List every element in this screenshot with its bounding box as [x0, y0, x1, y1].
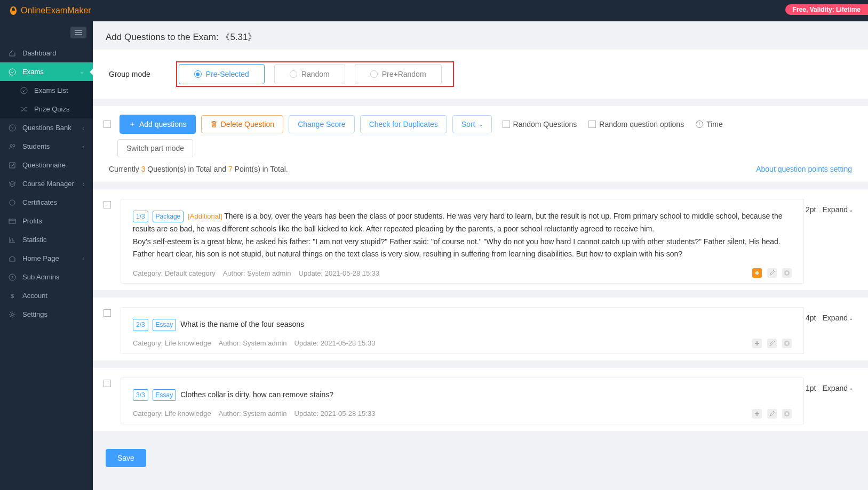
sidebar: DashboardExams⌄Exams ListPrize Quizs?Que… — [0, 21, 93, 490]
question-meta-left: Category: Life knowledgeAuthor: System a… — [133, 339, 383, 347]
edit-icon[interactable] — [767, 339, 777, 348]
question-text: 1/3 Package [Additional] There is a boy,… — [133, 210, 792, 261]
delete-icon[interactable] — [782, 339, 792, 348]
nav-label: Course Manager — [22, 180, 74, 188]
expand-button[interactable]: Expand⌄ — [823, 384, 853, 392]
sidebar-item-account[interactable]: $Account — [0, 286, 93, 305]
group-mode-panel: Group mode Pre-SelectedRandomPre+Random — [93, 50, 868, 99]
question-checkbox[interactable] — [103, 201, 111, 208]
add-questions-button[interactable]: ＋ Add questions — [120, 115, 196, 134]
star-icon — [9, 199, 17, 206]
sidebar-item-certificates[interactable]: Certificates — [0, 193, 93, 212]
radio-label: Random — [301, 70, 330, 78]
random-questions-checkbox[interactable]: Random Questions — [503, 120, 577, 128]
time-option[interactable]: Time — [696, 120, 723, 128]
delete-icon[interactable] — [782, 409, 792, 419]
brand-logo: OnlineExamMaker — [8, 5, 91, 16]
question-checkbox[interactable] — [103, 380, 111, 387]
question-icon: ? — [9, 124, 17, 132]
nav-label: Dashboard — [22, 49, 57, 57]
page-title: Add Questions to the Exam: 《5.31》 — [93, 21, 868, 50]
sidebar-item-home-page[interactable]: Home Page‹ — [0, 249, 93, 268]
sidebar-item-statistic[interactable]: Statistic — [0, 230, 93, 249]
question-text: 2/3 Essay What is the name of the four s… — [133, 318, 792, 331]
sidebar-subitem-exams-list[interactable]: Exams List — [0, 81, 93, 100]
change-score-button[interactable]: Change Score — [289, 115, 355, 133]
sidebar-item-questionnaire[interactable]: Questionnaire — [0, 156, 93, 174]
question-index-tag: 3/3 — [133, 389, 148, 401]
question-panel: 1/3 Package [Additional] There is a boy,… — [93, 189, 868, 290]
question-index-tag: 1/3 — [133, 211, 148, 222]
save-button[interactable]: Save — [106, 449, 146, 467]
question-update: Update: 2021-05-28 15:33 — [294, 339, 376, 347]
add-icon[interactable] — [752, 409, 762, 419]
question-type-tag: Essay — [153, 319, 177, 331]
sidebar-item-sub-admins[interactable]: ?Sub Admins — [0, 268, 93, 286]
sidebar-toggle-button[interactable] — [70, 27, 86, 38]
toolbar-row-2: Switch part mode — [93, 137, 868, 160]
nav-label: Certificates — [22, 198, 57, 206]
sidebar-subitem-prize-quizs[interactable]: Prize Quizs — [0, 100, 93, 118]
question-index-tag: 2/3 — [133, 319, 148, 331]
nav-label: Exams — [22, 68, 44, 76]
main-content: Add Questions to the Exam: 《5.31》 Group … — [93, 21, 868, 490]
svg-rect-8 — [9, 219, 15, 223]
question-author: Author: System admin — [223, 269, 291, 277]
checkbox-icon — [9, 162, 17, 169]
svg-point-5 — [13, 144, 15, 147]
svg-point-0 — [9, 69, 15, 75]
sidebar-item-settings[interactable]: Settings — [0, 305, 93, 324]
random-options-checkbox[interactable]: Random question options — [588, 120, 684, 128]
question-side: 2ptExpand⌄ — [804, 199, 857, 215]
toolbar: ＋ Add questions Delete Question Change S… — [93, 106, 868, 137]
users-icon — [9, 143, 17, 150]
question-update: Update: 2021-05-28 15:33 — [299, 269, 380, 277]
expand-button[interactable]: Expand⌄ — [823, 205, 853, 214]
shuffle-icon — [20, 106, 29, 113]
add-icon[interactable] — [752, 268, 762, 278]
dollar-icon: $ — [9, 292, 17, 300]
gear-icon — [9, 311, 17, 318]
radio-label: Pre+Random — [382, 70, 426, 78]
group-mode-label: Group mode — [109, 70, 150, 78]
plus-icon: ＋ — [129, 119, 136, 129]
delete-question-button[interactable]: Delete Question — [201, 115, 283, 133]
sidebar-item-students[interactable]: Students‹ — [0, 137, 93, 156]
trash-icon — [210, 121, 218, 128]
svg-text:$: $ — [11, 293, 14, 299]
question-meta-left: Category: Life knowledgeAuthor: System a… — [133, 409, 383, 417]
group-mode-option-pre-selected[interactable]: Pre-Selected — [179, 64, 265, 84]
sidebar-item-exams[interactable]: Exams⌄ — [0, 62, 93, 81]
sidebar-item-questions-bank[interactable]: ?Questions Bank‹ — [0, 118, 93, 137]
question-meta-left: Category: Default categoryAuthor: System… — [133, 269, 387, 277]
svg-rect-6 — [10, 163, 15, 168]
sidebar-item-profits[interactable]: Profits — [0, 212, 93, 230]
about-points-link[interactable]: About question points setting — [756, 165, 852, 173]
question-actions — [752, 339, 792, 348]
select-all-checkbox[interactable] — [103, 121, 111, 128]
question-meta: Category: Life knowledgeAuthor: System a… — [133, 409, 792, 419]
svg-point-12 — [11, 314, 13, 316]
edit-icon[interactable] — [767, 268, 777, 278]
edit-icon[interactable] — [767, 409, 777, 419]
radio-icon — [370, 70, 378, 78]
sidebar-item-dashboard[interactable]: Dashboard — [0, 44, 93, 62]
question-checkbox[interactable] — [103, 309, 111, 317]
expand-button[interactable]: Expand⌄ — [823, 314, 853, 322]
sort-button[interactable]: Sort ⌄ — [452, 115, 492, 133]
summary-row: Currently 3 Question(s) in Total and 7 P… — [93, 160, 868, 182]
question-panel: 3/3 Essay Clothes collar is dirty, how c… — [93, 368, 868, 431]
clock-icon — [696, 121, 703, 128]
question-side: 1ptExpand⌄ — [804, 377, 857, 393]
add-icon[interactable] — [752, 339, 762, 348]
radio-label: Pre-Selected — [206, 70, 249, 78]
switch-part-mode-button[interactable]: Switch part mode — [117, 139, 193, 157]
check-duplicates-button[interactable]: Check for Duplicates — [360, 115, 447, 133]
group-mode-option-pre-random[interactable]: Pre+Random — [355, 64, 442, 84]
sidebar-item-course-manager[interactable]: Course Manager‹ — [0, 174, 93, 193]
checkbox-icon — [503, 121, 510, 128]
chart-icon — [9, 236, 17, 244]
topbar: OnlineExamMaker Free, Validity: Lifetime — [0, 0, 868, 21]
group-mode-option-random[interactable]: Random — [274, 64, 345, 84]
delete-icon[interactable] — [782, 268, 792, 278]
